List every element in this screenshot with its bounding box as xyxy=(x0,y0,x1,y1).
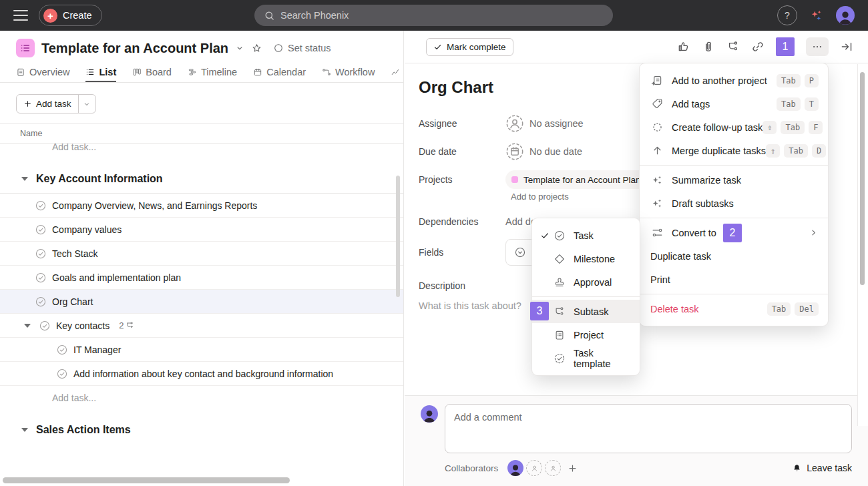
detail-vertical-scrollbar[interactable] xyxy=(860,72,865,285)
arrow-up-icon xyxy=(650,144,664,158)
add-task-row[interactable]: Add task... xyxy=(0,144,403,159)
collapse-triangle-icon[interactable] xyxy=(21,428,28,432)
fields-label: Fields xyxy=(419,247,505,258)
task-row-expandable[interactable]: Key contacts 2 xyxy=(0,314,403,338)
check-circle-icon[interactable] xyxy=(35,200,47,212)
task-row[interactable]: Company values xyxy=(0,218,403,242)
check-circle-icon[interactable] xyxy=(35,272,47,284)
comment-input[interactable] xyxy=(445,405,851,453)
submenu-chevron-right-icon xyxy=(809,228,819,238)
assignee-value[interactable]: No assignee xyxy=(505,114,584,133)
add-task-button[interactable]: Add task xyxy=(17,99,78,109)
add-collaborator-placeholder-icon[interactable] xyxy=(545,460,561,476)
menu-divider xyxy=(532,296,640,297)
leave-task-button[interactable]: Leave task xyxy=(792,463,852,473)
menu-item-duplicate-task[interactable]: Duplicate task xyxy=(640,244,828,268)
set-status-button[interactable]: Set status xyxy=(273,43,331,53)
user-avatar xyxy=(421,405,438,423)
subtask-icon[interactable] xyxy=(726,40,740,53)
collapse-triangle-icon[interactable] xyxy=(24,324,31,328)
subtask-row[interactable]: Add information about key contact and ba… xyxy=(0,362,403,386)
mark-complete-button[interactable]: Mark complete xyxy=(426,38,513,56)
submenu-item-task-template[interactable]: Task template xyxy=(532,346,640,370)
task-row[interactable]: Company Overview, News, and Earnings Rep… xyxy=(0,194,403,218)
comment-box[interactable] xyxy=(445,404,852,453)
kbd-key: D xyxy=(812,144,826,158)
tag-icon xyxy=(650,97,664,111)
due-date-value[interactable]: No due date xyxy=(505,142,582,161)
menu-item-print[interactable]: Print xyxy=(640,268,828,291)
check-circle-icon[interactable] xyxy=(35,224,47,236)
submenu-item-task[interactable]: Task xyxy=(532,224,640,247)
collapse-panel-icon[interactable] xyxy=(840,40,853,53)
task-row[interactable]: Goals and implementation plan xyxy=(0,266,403,290)
bell-icon xyxy=(792,463,802,473)
menu-item-convert-to[interactable]: Convert to 2 xyxy=(640,221,828,244)
column-header-name[interactable]: Name xyxy=(0,123,403,144)
clipboard-plus-icon xyxy=(650,74,664,87)
check-circle-icon[interactable] xyxy=(35,296,47,308)
subtask-icon xyxy=(554,306,568,318)
add-collaborator-placeholder-icon[interactable] xyxy=(526,460,542,476)
like-icon[interactable] xyxy=(677,40,690,53)
menu-divider xyxy=(640,294,828,294)
menu-item-summarize-task[interactable]: Summarize task xyxy=(640,168,828,192)
add-collaborator-button[interactable] xyxy=(568,463,578,473)
check-circle-icon[interactable] xyxy=(56,344,68,356)
project-chip[interactable]: Template for an Account Plan xyxy=(505,170,649,189)
user-avatar[interactable] xyxy=(836,6,855,25)
sidebar-toggle-icon[interactable] xyxy=(13,10,28,21)
kbd-key: Tab xyxy=(784,144,808,158)
list-icon xyxy=(85,67,95,77)
check-circle-icon[interactable] xyxy=(39,320,51,332)
subtask-row[interactable]: IT Manager xyxy=(0,338,403,362)
menu-item-draft-subtasks[interactable]: Draft subtasks xyxy=(640,192,828,215)
assignee-placeholder-icon xyxy=(505,114,524,133)
task-list: Add task... Key Account Information Comp… xyxy=(0,144,403,436)
create-button[interactable]: + Create xyxy=(39,5,102,26)
horizontal-scrollbar[interactable] xyxy=(3,477,290,483)
menu-item-merge-duplicate-tasks[interactable]: Merge duplicate tasks ⇧TabD xyxy=(640,139,828,162)
link-icon[interactable] xyxy=(751,40,765,53)
task-row[interactable]: Tech Stack xyxy=(0,242,403,266)
list-vertical-scrollbar[interactable] xyxy=(396,176,400,297)
menu-item-add-tags[interactable]: Add tags TabT xyxy=(640,92,828,115)
menu-item-add-to-another-project[interactable]: Add to another project TabP xyxy=(640,69,828,92)
attachment-icon[interactable] xyxy=(702,40,715,53)
ai-sparkle-icon[interactable] xyxy=(809,8,824,23)
collaborator-avatar[interactable] xyxy=(507,460,523,476)
star-icon[interactable] xyxy=(251,43,262,54)
tab-calendar[interactable]: Calendar xyxy=(253,67,306,82)
add-task-row[interactable]: Add task... xyxy=(0,386,403,410)
submenu-item-project[interactable]: Project xyxy=(532,323,640,346)
search-bar[interactable] xyxy=(254,5,613,26)
tab-timeline[interactable]: Timeline xyxy=(188,67,237,82)
submenu-item-subtask[interactable]: 3 Subtask xyxy=(532,300,640,323)
search-input[interactable] xyxy=(280,10,604,21)
submenu-item-approval[interactable]: Approval xyxy=(532,270,640,294)
more-actions-button[interactable] xyxy=(806,37,829,56)
menu-item-delete-task[interactable]: Delete task TabDel xyxy=(640,297,828,320)
tab-board[interactable]: Board xyxy=(132,67,172,82)
add-task-dropdown-button[interactable] xyxy=(78,95,95,113)
check-icon xyxy=(433,43,442,51)
collapse-triangle-icon[interactable] xyxy=(21,177,28,181)
section-row[interactable]: Key Account Information xyxy=(0,164,403,194)
project-color-icon xyxy=(16,39,35,57)
plus-icon xyxy=(23,99,32,108)
help-button[interactable]: ? xyxy=(777,5,797,25)
tab-workflow[interactable]: Workflow xyxy=(322,67,375,82)
section-row[interactable]: Sales Action Items xyxy=(0,415,403,436)
tab-list[interactable]: List xyxy=(85,67,116,82)
check-circle-icon[interactable] xyxy=(35,248,47,260)
kbd-key: Tab xyxy=(767,302,791,316)
task-row-selected[interactable]: Org Chart xyxy=(0,290,403,314)
menu-item-create-follow-up-task[interactable]: Create follow-up task ⇧TabF xyxy=(640,115,828,139)
submenu-item-milestone[interactable]: Milestone xyxy=(532,247,640,270)
title-chevron-down-icon[interactable] xyxy=(235,43,244,53)
tab-overview[interactable]: Overview xyxy=(16,67,69,82)
ai-sparkle-icon xyxy=(650,197,664,210)
dashboard-icon xyxy=(391,67,400,77)
check-circle-icon[interactable] xyxy=(56,368,68,380)
overview-icon xyxy=(16,67,25,77)
